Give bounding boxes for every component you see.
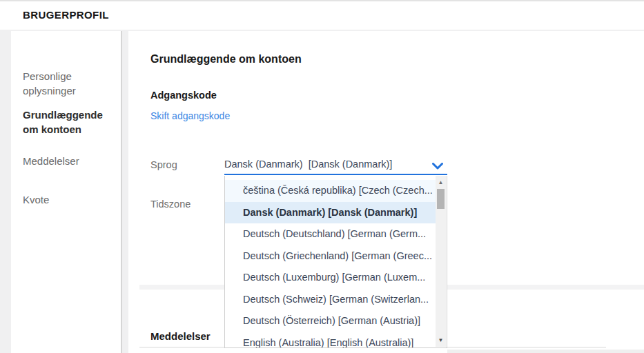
language-option-czech[interactable]: čeština (Česká republika) [Czech (Czech.… (225, 180, 436, 202)
profile-sidebar: Personlige oplysninger Grundlæggende om … (11, 31, 122, 353)
change-password-link[interactable]: Skift adgangskode (150, 110, 230, 121)
section-title: Grundlæggende om kontoen (150, 53, 302, 65)
sidebar-item-notifications[interactable]: Meddelelser (23, 154, 111, 168)
scroll-down-icon[interactable]: ▼ (436, 335, 446, 345)
dropdown-scrollbar[interactable]: ▲ ▼ (436, 176, 446, 347)
language-label: Sprog (150, 159, 177, 170)
language-option-list: čeština (Česká republika) [Czech (Czech.… (225, 180, 436, 348)
language-option-german-germany[interactable]: Deutsch (Deutschland) [German (Germ... (225, 223, 436, 245)
notifications-section-title: Meddelelser (150, 330, 211, 342)
sidebar-item-quota[interactable]: Kvote (23, 192, 111, 207)
language-select[interactable]: Dansk (Danmark) [Dansk (Danmark)] (224, 159, 392, 170)
chevron-down-icon[interactable] (432, 161, 443, 168)
language-option-german-luxembourg[interactable]: Deutsch (Luxemburg) [German (Luxem... (225, 267, 436, 289)
language-option-german-austria[interactable]: Deutsch (Österreich) [German (Austria)] (225, 310, 436, 332)
scrollbar-thumb[interactable] (437, 189, 445, 209)
page-title: BRUGERPROFIL (23, 9, 109, 21)
sidebar-item-account-basics[interactable]: Grundlæggende om kontoen (23, 108, 111, 137)
timezone-label: Tidszone (150, 199, 191, 210)
sidebar-item-personal-info[interactable]: Personlige oplysninger (23, 69, 111, 98)
language-option-danish[interactable]: Dansk (Danmark) [Dansk (Danmark)] (225, 202, 436, 224)
language-option-german-greece[interactable]: Deutsch (Griechenland) [German (Greec... (225, 245, 436, 268)
language-option-german-switzerland[interactable]: Deutsch (Schweiz) [German (Switzerlan... (225, 289, 436, 311)
language-select-underline (224, 174, 447, 175)
scroll-up-icon[interactable]: ▲ (436, 177, 446, 188)
language-dropdown-menu: čeština (Česká republika) [Czech (Czech.… (224, 176, 447, 348)
password-label: Adgangskode (150, 90, 217, 101)
language-option-english-australia[interactable]: English (Australia) [English (Australia)… (225, 332, 436, 349)
page-header: BRUGERPROFIL (0, 1, 644, 30)
bottom-band (447, 350, 644, 353)
